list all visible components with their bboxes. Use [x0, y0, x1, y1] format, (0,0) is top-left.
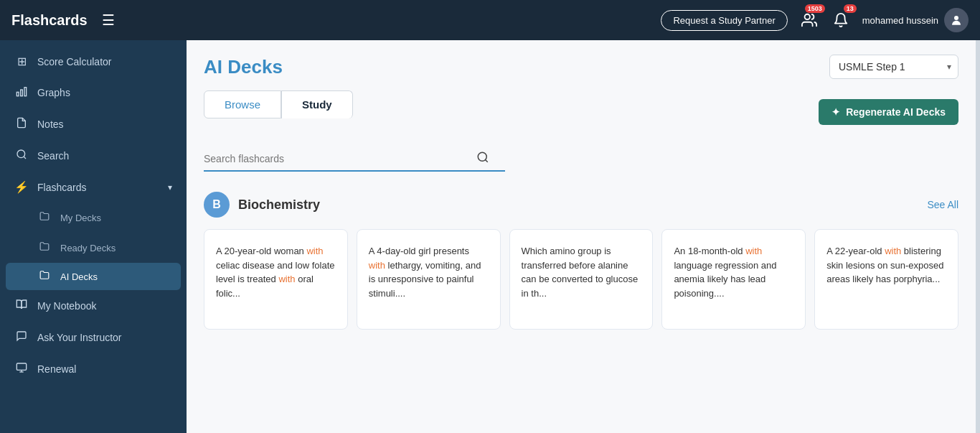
- svg-rect-3: [21, 90, 23, 96]
- card-text-5: A 22-year-old with blistering skin lesio…: [826, 244, 946, 287]
- regenerate-ai-decks-button[interactable]: ✦ Regenerate AI Decks: [819, 99, 958, 125]
- sidebar-item-search[interactable]: Search: [0, 140, 187, 172]
- sidebar-label-ask-instructor: Ask Your Instructor: [37, 332, 122, 343]
- users-icon: [801, 12, 817, 28]
- sidebar-label-ai-decks: AI Decks: [60, 271, 98, 282]
- main-content: AI Decks USMLE Step 1 USMLE Step 2 USMLE…: [187, 40, 976, 433]
- avatar-icon: [950, 14, 963, 27]
- svg-line-6: [24, 157, 26, 159]
- avatar: [944, 8, 969, 32]
- flashcard-2[interactable]: A 4-day-old girl presents with lethargy,…: [357, 229, 501, 330]
- app-logo: Flashcards: [11, 12, 88, 29]
- chevron-down-icon: ▾: [168, 182, 172, 192]
- flashcards-icon: ⚡: [14, 180, 29, 194]
- page-title: AI Decks: [204, 56, 283, 78]
- score-calculator-icon: ⊞: [14, 55, 29, 68]
- hamburger-icon[interactable]: ☰: [102, 11, 115, 29]
- content-inner: AI Decks USMLE Step 1 USMLE Step 2 USMLE…: [187, 40, 976, 344]
- sidebar-item-my-decks[interactable]: My Decks: [0, 202, 187, 233]
- svg-line-11: [485, 159, 487, 162]
- header-icons: 1503 13: [796, 7, 854, 33]
- bell-badge: 13: [844, 4, 857, 13]
- users-badge: 1503: [805, 4, 825, 13]
- section-title-wrap: B Biochemistry: [204, 192, 320, 218]
- username-label: mohamed hussein: [862, 15, 938, 26]
- svg-point-0: [804, 14, 809, 19]
- notes-icon: [14, 117, 29, 131]
- svg-point-5: [17, 150, 25, 158]
- flashcard-5[interactable]: A 22-year-old with blistering skin lesio…: [814, 229, 958, 330]
- search-icon[interactable]: [476, 151, 489, 167]
- cards-row: A 20-year-old woman with celiac disease …: [204, 229, 958, 330]
- content-top-bar: AI Decks USMLE Step 1 USMLE Step 2 USMLE…: [204, 55, 958, 79]
- flashcard-3[interactable]: Which amino group is transferred before …: [509, 229, 654, 330]
- section-header: B Biochemistry See All: [204, 192, 958, 218]
- search-input[interactable]: [204, 150, 476, 167]
- card-text-3: Which amino group is transferred before …: [522, 244, 641, 300]
- sidebar-item-ai-decks[interactable]: AI Decks: [6, 263, 181, 290]
- svg-rect-4: [24, 88, 27, 96]
- flashcard-1[interactable]: A 20-year-old woman with celiac disease …: [204, 229, 348, 330]
- flashcard-4[interactable]: An 18-month-old with language regression…: [661, 229, 806, 330]
- bell-icon-button[interactable]: 13: [828, 7, 854, 33]
- renewal-icon: [14, 362, 29, 376]
- sidebar-label-flashcards: Flashcards: [37, 182, 86, 193]
- svg-rect-7: [17, 363, 26, 370]
- sidebar-item-graphs[interactable]: Graphs: [0, 77, 187, 108]
- sidebar-item-ask-instructor[interactable]: Ask Your Instructor: [0, 322, 187, 353]
- sidebar-item-notes[interactable]: Notes: [0, 108, 187, 140]
- see-all-link[interactable]: See All: [927, 199, 958, 210]
- graphs-icon: [14, 85, 29, 100]
- sidebar-item-ready-decks[interactable]: Ready Decks: [0, 233, 187, 263]
- app-header: Flashcards ☰ Request a Study Partner 150…: [0, 0, 980, 40]
- notebook-icon: [14, 299, 29, 313]
- sparkle-icon: ✦: [831, 106, 840, 118]
- sidebar-item-renewal[interactable]: Renewal: [0, 353, 187, 385]
- sidebar-label-search: Search: [37, 150, 69, 162]
- ready-decks-icon: [37, 241, 52, 254]
- sidebar-label-my-notebook: My Notebook: [37, 300, 96, 312]
- main-layout: ⊞ Score Calculator Graphs Notes Search ⚡…: [0, 40, 980, 433]
- sidebar-item-flashcards[interactable]: ⚡ Flashcards ▾: [0, 172, 187, 202]
- section-letter: B: [204, 192, 230, 218]
- sidebar-label-ready-decks: Ready Decks: [60, 243, 116, 253]
- exam-dropdown-wrap[interactable]: USMLE Step 1 USMLE Step 2 USMLE Step 3 ▾: [829, 55, 958, 79]
- card-text-2: A 4-day-old girl presents with lethargy,…: [369, 244, 489, 300]
- flashcards-submenu: My Decks Ready Decks AI Decks: [0, 202, 187, 290]
- user-menu[interactable]: mohamed hussein: [862, 8, 969, 32]
- sidebar-item-score-calculator[interactable]: ⊞ Score Calculator: [0, 46, 187, 77]
- exam-dropdown[interactable]: USMLE Step 1 USMLE Step 2 USMLE Step 3: [829, 55, 958, 79]
- search-wrap: [204, 150, 505, 172]
- section-name: Biochemistry: [238, 197, 320, 213]
- regenerate-btn-label: Regenerate AI Decks: [846, 106, 946, 118]
- my-decks-icon: [37, 211, 52, 224]
- tab-study[interactable]: Study: [281, 90, 353, 118]
- tabs: Browse Study: [204, 90, 353, 118]
- sidebar-label-notes: Notes: [37, 118, 64, 130]
- sidebar-label-my-decks: My Decks: [60, 213, 101, 223]
- sidebar: ⊞ Score Calculator Graphs Notes Search ⚡…: [0, 40, 187, 433]
- users-icon-button[interactable]: 1503: [796, 7, 822, 33]
- card-text-4: An 18-month-old with language regression…: [674, 244, 793, 300]
- sidebar-label-score-calculator: Score Calculator: [37, 56, 112, 67]
- svg-point-1: [954, 16, 958, 20]
- tab-browse[interactable]: Browse: [204, 90, 281, 118]
- bell-icon: [833, 12, 849, 28]
- svg-rect-2: [17, 92, 19, 96]
- ai-decks-icon: [37, 270, 52, 283]
- sidebar-search-icon: [14, 149, 29, 163]
- sidebar-label-graphs: Graphs: [37, 87, 70, 98]
- right-scrollbar: [976, 40, 980, 433]
- tabs-row: Browse Study ✦ Regenerate AI Decks: [204, 90, 958, 133]
- sidebar-label-renewal: Renewal: [37, 363, 76, 375]
- card-text-1: A 20-year-old woman with celiac disease …: [216, 244, 336, 300]
- svg-point-10: [478, 152, 486, 161]
- ask-instructor-icon: [14, 330, 29, 345]
- sidebar-item-my-notebook[interactable]: My Notebook: [0, 290, 187, 322]
- request-study-partner-button[interactable]: Request a Study Partner: [661, 10, 787, 31]
